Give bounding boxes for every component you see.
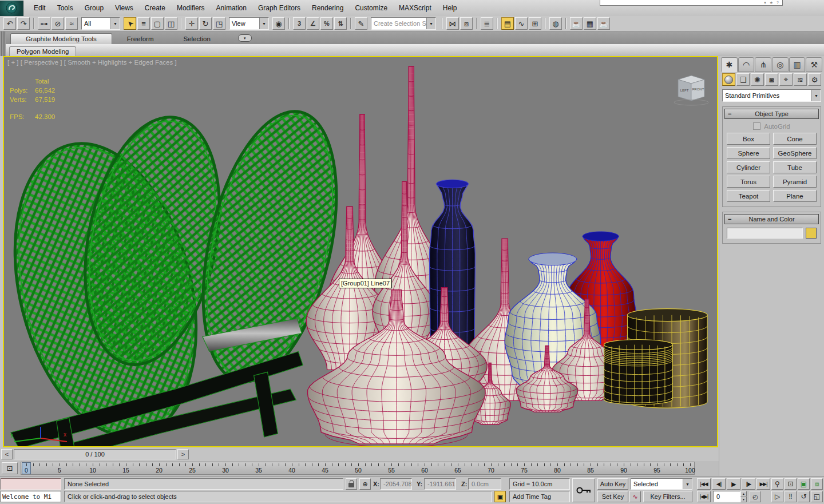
- bind-to-space-warp-button[interactable]: ≈: [65, 17, 78, 30]
- rendered-frame-window-button[interactable]: ▦: [584, 17, 596, 30]
- viewcube-left-face[interactable]: LEFT: [680, 89, 689, 92]
- tab-hierarchy[interactable]: ⋔: [755, 57, 771, 72]
- play-animation-button[interactable]: ▶: [727, 478, 740, 490]
- pan-view-button[interactable]: ▷: [771, 491, 783, 502]
- maximize-viewport-toggle[interactable]: ◱: [811, 491, 823, 502]
- selection-lock-toggle[interactable]: [346, 478, 357, 490]
- primitive-geosphere-button[interactable]: GeoSphere: [773, 147, 817, 159]
- add-time-tag[interactable]: Add Time Tag: [509, 491, 570, 502]
- menu-group[interactable]: Group: [79, 2, 109, 14]
- angle-snap-toggle-button[interactable]: ∠: [307, 17, 319, 30]
- menu-graph-editors[interactable]: Graph Editors: [252, 2, 306, 14]
- infocenter-bar[interactable]: ▾ ★ ?: [600, 0, 783, 6]
- schematic-view-button[interactable]: ⊞: [529, 17, 541, 30]
- ribbon-minimize-button[interactable]: ▾: [238, 34, 252, 42]
- ribbon-grip[interactable]: [0, 31, 6, 44]
- select-and-scale-button[interactable]: ◳: [213, 17, 225, 30]
- primitive-category-dropdown[interactable]: Standard Primitives ▼: [722, 89, 821, 102]
- name-color-rollout-header[interactable]: − Name and Color: [724, 214, 819, 224]
- redo-button[interactable]: ↷: [17, 17, 30, 30]
- key-filters-button[interactable]: Key Filters...: [643, 491, 692, 502]
- go-to-end-button[interactable]: ▶▶|: [756, 478, 770, 490]
- maxscript-mini-listener[interactable]: [1, 478, 61, 490]
- percent-snap-toggle-button[interactable]: %: [320, 17, 333, 30]
- select-by-name-button[interactable]: ≡: [137, 17, 150, 30]
- viewcube[interactable]: LEFT FRONT: [672, 72, 712, 108]
- next-frame-button[interactable]: >: [177, 449, 189, 459]
- menu-maxscript[interactable]: MAXScript: [393, 2, 437, 14]
- menu-modifiers[interactable]: Modifiers: [171, 2, 211, 14]
- align-button[interactable]: ⧈: [460, 17, 473, 30]
- primitive-plane-button[interactable]: Plane: [773, 190, 817, 202]
- use-pivot-point-center-button[interactable]: ◉: [272, 17, 285, 30]
- undo-button[interactable]: ↶: [3, 17, 16, 30]
- edit-named-selection-sets-button[interactable]: ✎: [355, 17, 367, 30]
- key-mode-toggle[interactable]: |◀▶|: [697, 491, 711, 502]
- default-in-out-tangents-button[interactable]: ∿: [629, 491, 641, 502]
- primitive-box-button[interactable]: Box: [727, 133, 770, 145]
- z-coordinate-field[interactable]: 0.0cm: [468, 478, 501, 490]
- ribbon-tab-freeform[interactable]: Freeform: [112, 34, 169, 44]
- previous-frame-button[interactable]: <: [1, 449, 13, 459]
- open-mini-curve-editor-button[interactable]: ⊡: [2, 462, 18, 474]
- category-lights[interactable]: ✺: [751, 73, 764, 86]
- menu-animation[interactable]: Animation: [211, 2, 252, 14]
- tab-display[interactable]: ▥: [789, 57, 806, 72]
- time-configuration-button[interactable]: ◴: [750, 491, 761, 502]
- key-selection-dropdown[interactable]: Selected ▼: [631, 478, 692, 490]
- select-and-rotate-button[interactable]: ↻: [199, 17, 212, 30]
- track-bar-ruler[interactable]: 0510152025303540455055606570758085909510…: [21, 462, 695, 475]
- object-color-swatch[interactable]: [806, 228, 817, 239]
- select-object-button[interactable]: ➤: [124, 17, 136, 30]
- set-keys-button[interactable]: [572, 478, 595, 502]
- render-setup-button[interactable]: ☕: [570, 17, 583, 30]
- object-type-rollout-header[interactable]: − Object Type: [724, 109, 819, 119]
- dropdown-arrow-icon[interactable]: ▼: [259, 18, 268, 29]
- absolute-offset-mode-toggle[interactable]: ⊕: [359, 478, 371, 490]
- infocenter-star-icon[interactable]: ★: [770, 1, 773, 5]
- primitive-torus-button[interactable]: Torus: [727, 176, 770, 188]
- primitive-pyramid-button[interactable]: Pyramid: [773, 176, 817, 188]
- go-to-start-button[interactable]: |◀◀: [697, 478, 711, 490]
- primitive-cone-button[interactable]: Cone: [773, 133, 817, 145]
- spinner-up-icon[interactable]: ▲: [740, 491, 747, 497]
- snaps-toggle-button[interactable]: 3: [293, 17, 306, 30]
- material-editor-button[interactable]: ◍: [549, 17, 562, 30]
- select-and-link-button[interactable]: ⊶: [38, 17, 50, 30]
- dropdown-arrow-icon[interactable]: ▼: [426, 18, 435, 29]
- spinner-snap-toggle-button[interactable]: ⇅: [334, 17, 347, 30]
- dropdown-arrow-icon[interactable]: ▼: [110, 18, 120, 29]
- rectangular-selection-region-button[interactable]: ▢: [151, 17, 164, 30]
- set-key-button[interactable]: Set Key: [597, 491, 628, 502]
- dropdown-arrow-icon[interactable]: ▼: [683, 479, 692, 489]
- object-name-input[interactable]: [727, 228, 803, 239]
- ribbon-tab-selection[interactable]: Selection: [168, 34, 225, 44]
- y-coordinate-field[interactable]: -1911.661cm: [424, 478, 456, 490]
- frame-spinner[interactable]: ▲ ▼: [740, 491, 747, 502]
- reference-coordinate-dropdown[interactable]: View ▼: [229, 17, 269, 30]
- viewcube-front-face[interactable]: FRONT: [692, 88, 704, 91]
- zoom-button[interactable]: ⚲: [771, 478, 783, 490]
- time-slider[interactable]: 0 / 100: [14, 449, 176, 459]
- viewport-label[interactable]: [ + ] [ Perspective ] [ Smooth + Highlig…: [7, 59, 177, 66]
- primitive-cylinder-button[interactable]: Cylinder: [727, 161, 770, 173]
- maxscript-listener-line[interactable]: Welcome to Mi: [1, 491, 61, 502]
- isolate-selection-toggle[interactable]: ▣: [494, 491, 506, 502]
- named-selection-sets-dropdown[interactable]: Create Selection Se ▼: [371, 17, 436, 30]
- tab-utilities[interactable]: ⚒: [806, 57, 822, 72]
- category-cameras[interactable]: ◙: [765, 73, 778, 86]
- next-frame-playback-button[interactable]: ||▶: [742, 478, 755, 490]
- mirror-button[interactable]: ⋈: [446, 17, 459, 30]
- category-shapes[interactable]: ❏: [736, 73, 750, 86]
- ribbon-grip[interactable]: [0, 44, 6, 56]
- infocenter-arrow-icon[interactable]: ▾: [764, 1, 766, 5]
- walk-through-button[interactable]: ‼: [785, 491, 797, 502]
- zoom-all-button[interactable]: ⊡: [785, 478, 797, 490]
- curve-editor-button[interactable]: ∿: [515, 17, 528, 30]
- tab-polygon-modeling[interactable]: Polygon Modeling: [9, 46, 76, 56]
- graphite-ribbon-toggle-button[interactable]: ▤: [501, 17, 514, 30]
- auto-key-button[interactable]: Auto Key: [597, 478, 628, 490]
- autogrid-checkbox[interactable]: [753, 122, 760, 130]
- orbit-button[interactable]: ↺: [798, 491, 810, 502]
- tab-modify[interactable]: ◠: [738, 57, 755, 72]
